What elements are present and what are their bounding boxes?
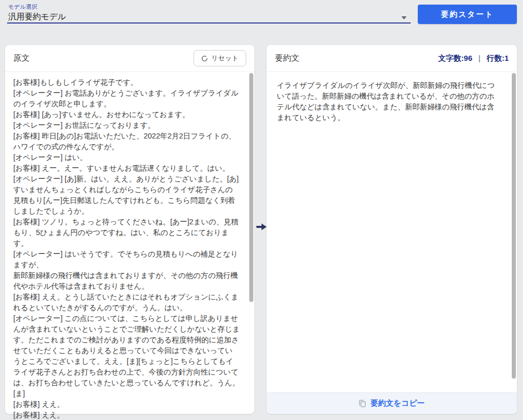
summary-panel: 要約文 文字数:96 | 行数:1 イライザブライダルのイライザ次郎が、新郎新婦… — [267, 45, 517, 414]
source-panel: 原文 リセット [お客様]もしもしイライザ花子です。 [オペレーター] お電話あ… — [5, 45, 254, 414]
arrow-right-icon — [256, 223, 267, 233]
source-panel-title: 原文 — [13, 53, 30, 64]
model-select-value: 汎用要約モデル — [8, 12, 66, 22]
source-panel-header: 原文 リセット — [5, 45, 254, 72]
summary-panel-title: 要約文 — [275, 53, 299, 64]
source-scrollbar-thumb[interactable] — [249, 73, 253, 302]
char-count: 文字数:96 — [438, 54, 472, 63]
source-text: [お客様]もしもしイライザ花子です。 [オペレーター] お電話ありがとうございま… — [5, 72, 254, 420]
summary-textarea[interactable]: イライザブライダルのイライザ次郎が、新郎新婦の飛行機代について語った。新郎新婦の… — [267, 72, 517, 123]
model-select-label: モデル選択 — [8, 3, 411, 11]
stats-separator: | — [479, 54, 481, 63]
summary-scrollbar-thumb[interactable] — [512, 73, 516, 379]
reset-button[interactable]: リセット — [194, 50, 246, 66]
summary-text: イライザブライダルのイライザ次郎が、新郎新婦の飛行機代について語った。新郎新婦の… — [267, 72, 517, 123]
source-textarea[interactable]: [お客様]もしもしイライザ花子です。 [オペレーター] お電話ありがとうございま… — [5, 72, 254, 420]
reset-button-label: リセット — [211, 54, 239, 63]
summary-stats: 文字数:96 | 行数:1 — [438, 54, 509, 63]
copy-button-label: 要約文をコピー — [370, 399, 424, 408]
copy-icon — [359, 400, 366, 407]
copy-summary-button[interactable]: 要約文をコピー — [267, 392, 517, 414]
line-count: 行数:1 — [487, 54, 509, 63]
summary-panel-header: 要約文 文字数:96 | 行数:1 — [267, 45, 517, 72]
model-select[interactable]: モデル選択 汎用要約モデル — [7, 3, 411, 24]
refresh-circle-icon — [201, 55, 208, 62]
dropdown-arrow-icon[interactable] — [401, 16, 407, 19]
summarize-start-button[interactable]: 要約スタート — [418, 5, 517, 24]
